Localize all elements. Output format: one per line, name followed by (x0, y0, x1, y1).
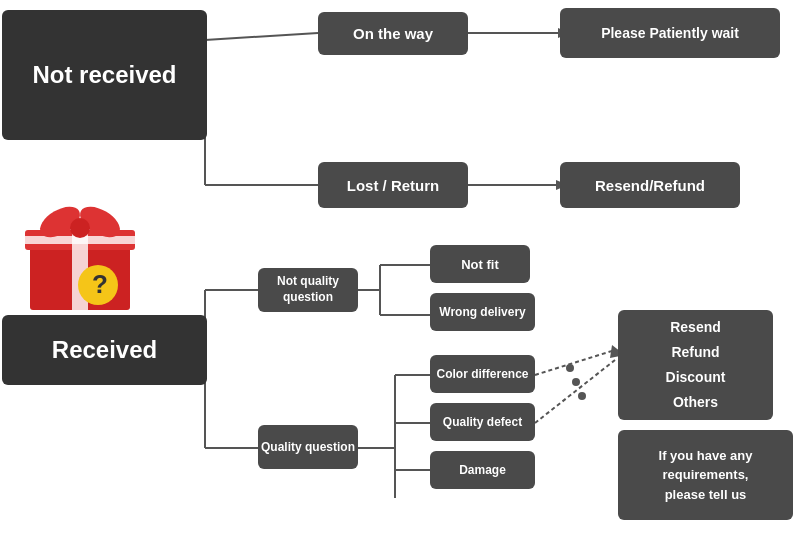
quality-question-box: Quality question (258, 425, 358, 469)
svg-line-0 (205, 33, 318, 40)
please-wait-box: Please Patiently wait (560, 8, 780, 58)
svg-point-25 (566, 364, 574, 372)
lost-return-box: Lost / Return (318, 162, 468, 208)
not-received-box: Not received (2, 10, 207, 140)
not-fit-box: Not fit (430, 245, 530, 283)
received-box: Received (2, 315, 207, 385)
contact-us-box: If you have any requirements, please tel… (618, 430, 793, 520)
svg-point-27 (578, 392, 586, 400)
svg-point-34 (70, 218, 90, 238)
svg-point-26 (572, 378, 580, 386)
resend-refund-box: Resend/Refund (560, 162, 740, 208)
color-difference-box: Color difference (430, 355, 535, 393)
svg-line-23 (535, 360, 615, 423)
on-the-way-box: On the way (318, 12, 468, 55)
damage-box: Damage (430, 451, 535, 489)
gift-icon: ? (20, 200, 140, 320)
wrong-delivery-box: Wrong delivery (430, 293, 535, 331)
not-quality-question-box: Not quality question (258, 268, 358, 312)
diagram: Not received On the way Please Patiently… (0, 0, 800, 533)
svg-line-22 (535, 350, 615, 375)
svg-text:?: ? (92, 269, 108, 299)
quality-defect-box: Quality defect (430, 403, 535, 441)
resend-options-box: Resend Refund Discount Others (618, 310, 773, 420)
